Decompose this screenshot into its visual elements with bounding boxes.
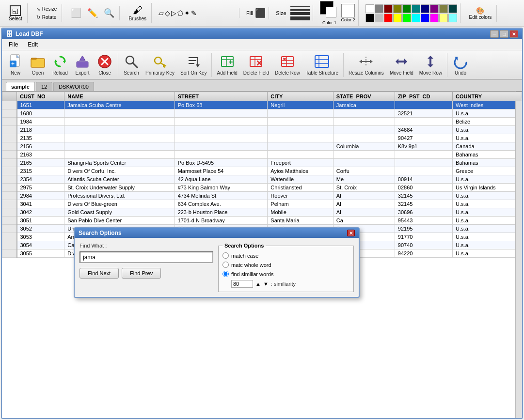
cell-city[interactable] — [268, 142, 333, 151]
cell-city[interactable] — [268, 134, 333, 142]
cell-country[interactable]: U.s.a. — [453, 208, 522, 217]
cell-zip-pst_cd[interactable]: 94220 — [395, 249, 452, 258]
cell-state-prov[interactable]: St. Croix — [333, 184, 395, 192]
cell-city[interactable]: Santa Maria — [268, 217, 333, 225]
cell-street[interactable] — [175, 134, 268, 142]
palette-silver[interactable] — [375, 14, 383, 22]
table-row[interactable]: 2165Shangri-la Sports CenterPo Box D-549… — [2, 159, 522, 167]
cell-state-prov[interactable]: Jamaica — [333, 101, 395, 109]
cell-zip-pst_cd[interactable]: 00914 — [395, 175, 452, 184]
toolbar-export[interactable]: Export — [72, 52, 93, 77]
palette-black[interactable] — [365, 14, 374, 22]
cell-country[interactable]: U.s.a. — [453, 241, 522, 249]
shape-icon-1[interactable]: ▱ — [159, 9, 164, 17]
cell-country[interactable]: U.s.a. — [453, 126, 522, 134]
table-row[interactable]: 1984Belize — [2, 118, 522, 126]
tab-12[interactable]: 12 — [36, 82, 52, 91]
cell-street[interactable]: 223-b Houston Place — [175, 208, 268, 217]
cell-cust-no[interactable]: 2118 — [17, 126, 64, 134]
cell-city[interactable] — [268, 109, 333, 118]
toolbar-move-row[interactable]: Move Row — [417, 52, 445, 77]
cell-zip-pst_cd[interactable]: 91770 — [395, 233, 452, 241]
brushes-button[interactable]: 🖌 Brushes — [127, 4, 148, 22]
magnify-button[interactable]: 🔍 — [102, 7, 116, 19]
cell-state-prov[interactable]: Al — [333, 192, 395, 200]
cell-cust-no[interactable]: 2135 — [17, 134, 64, 142]
toolbar-search[interactable]: Search — [121, 52, 142, 77]
cell-country[interactable]: Belize — [453, 118, 522, 126]
cell-city[interactable]: Hoover — [268, 192, 333, 200]
cell-name[interactable]: Atlantis Scuba Center — [64, 175, 175, 184]
palette-navy[interactable] — [421, 4, 429, 13]
cell-cust-no[interactable]: 2984 — [17, 192, 64, 200]
cell-state-prov[interactable] — [333, 151, 395, 159]
cell-city[interactable] — [268, 126, 333, 134]
cell-cust-no[interactable]: 1984 — [17, 118, 64, 126]
find-input[interactable] — [79, 251, 213, 263]
cell-street[interactable]: #73 King Salmon Way — [175, 184, 268, 192]
cell-state-prov[interactable]: Me — [333, 175, 395, 184]
cell-cust-no[interactable]: 3042 — [17, 208, 64, 217]
toolbar-close[interactable]: Close — [94, 52, 115, 77]
palette-purple[interactable] — [430, 4, 439, 13]
size-4[interactable] — [290, 16, 310, 20]
search-close-button[interactable]: ✕ — [347, 230, 355, 236]
cell-state-prov[interactable] — [333, 159, 395, 167]
cell-name[interactable] — [64, 151, 175, 159]
cell-zip-pst_cd[interactable] — [395, 101, 452, 109]
table-row[interactable]: 2163Bahamas — [2, 151, 522, 159]
cell-zip-pst_cd[interactable]: 90427 — [395, 134, 452, 142]
cell-zip-pst_cd[interactable] — [395, 159, 452, 167]
cell-name[interactable] — [64, 109, 175, 118]
cell-city[interactable]: Christiansted — [268, 184, 333, 192]
cell-state-prov[interactable] — [333, 126, 395, 134]
cell-city[interactable]: Waterville — [268, 175, 333, 184]
table-row[interactable]: 2315Divers Of Corfu, Inc.Marmoset Place … — [2, 167, 522, 175]
cell-zip-pst_cd[interactable]: 92195 — [395, 225, 452, 233]
table-row[interactable]: 3042Gold Coast Supply223-b Houston Place… — [2, 208, 522, 217]
size-2[interactable] — [290, 9, 310, 11]
table-row[interactable]: 2984Professional Divers, Ltd.4734 Melind… — [2, 192, 522, 200]
cell-cust-no[interactable]: 3041 — [17, 200, 64, 208]
cell-name[interactable]: Divers Of Blue-green — [64, 200, 175, 208]
cell-cust-no[interactable]: 1680 — [17, 109, 64, 118]
col-name[interactable]: NAME — [64, 92, 175, 101]
cell-country[interactable]: Us Virgin Islands — [453, 184, 522, 192]
select-button[interactable]: ◱ Select — [7, 4, 24, 22]
cell-name[interactable]: Gold Coast Supply — [64, 208, 175, 217]
cell-street[interactable]: 4734 Melinda St. — [175, 192, 268, 200]
toolbar-add-field[interactable]: Add Field — [214, 52, 239, 77]
scrollbar-vertical[interactable]: ▲ ▼ — [515, 92, 522, 419]
palette-teal[interactable] — [412, 4, 420, 13]
cell-cust-no[interactable]: 3055 — [17, 249, 64, 258]
toolbar-open[interactable]: Open — [27, 52, 48, 77]
cell-state-prov[interactable]: Al — [333, 200, 395, 208]
cell-zip-pst_cd[interactable] — [395, 151, 452, 159]
cell-zip-pst_cd[interactable]: 32145 — [395, 200, 452, 208]
shape-icon-2[interactable]: ◇ — [165, 9, 170, 17]
cell-zip-pst_cd[interactable]: 30696 — [395, 208, 452, 217]
color2-main-swatch[interactable] — [341, 4, 355, 17]
cell-name[interactable] — [64, 118, 175, 126]
palette-lightyellow[interactable] — [439, 14, 448, 22]
cell-state-prov[interactable] — [333, 134, 395, 142]
col-street[interactable]: STREET — [175, 92, 268, 101]
table-row[interactable]: 168032521U.s.a. — [2, 109, 522, 118]
similarity-input[interactable] — [231, 280, 253, 288]
cell-name[interactable] — [64, 126, 175, 134]
cell-name[interactable] — [64, 142, 175, 151]
cell-country[interactable]: U.s.a. — [453, 134, 522, 142]
table-row[interactable]: 3041Divers Of Blue-green634 Complex Ave.… — [2, 200, 522, 208]
cell-state-prov[interactable]: Corfu — [333, 167, 395, 175]
cell-city[interactable] — [268, 118, 333, 126]
palette-cyan[interactable] — [412, 14, 420, 22]
cell-name[interactable]: Divers Of Corfu, Inc. — [64, 167, 175, 175]
shape-icon-4[interactable]: ⬠ — [177, 9, 183, 17]
cell-cust-no[interactable]: 2354 — [17, 175, 64, 184]
cell-zip-pst_cd[interactable]: 95443 — [395, 217, 452, 225]
cell-state-prov[interactable]: Ca — [333, 217, 395, 225]
cell-cust-no[interactable]: 2163 — [17, 151, 64, 159]
toolbar-undo[interactable]: Undo — [450, 52, 471, 77]
cell-street[interactable]: 1701-d N Broadway — [175, 217, 268, 225]
eraser-button[interactable]: ⬜ — [69, 7, 83, 19]
